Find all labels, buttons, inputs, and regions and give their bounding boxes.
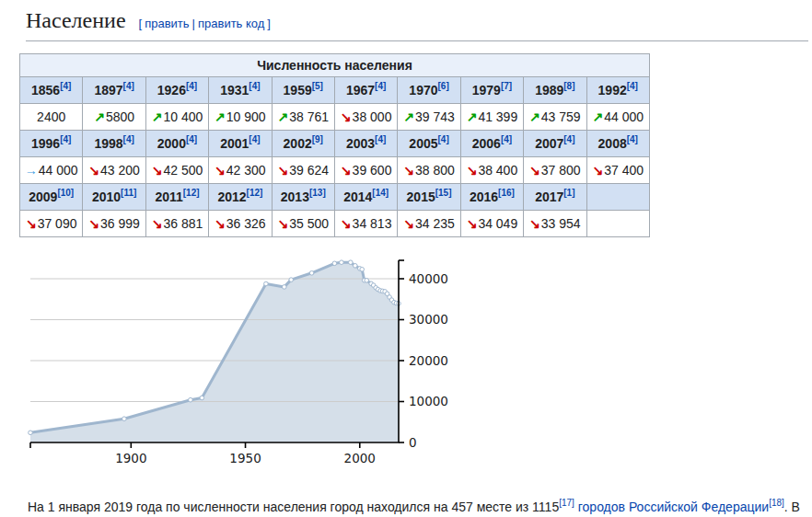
edit-section: [править|править код] [139,17,271,30]
svg-text:30000: 30000 [409,312,448,327]
population-value: 37 400 [604,163,644,178]
year-cell: 1998[4] [83,131,145,157]
year-label: 2002 [284,136,312,151]
ref-link[interactable]: [11] [121,188,136,198]
value-cell: ↘38 400 [460,157,523,184]
population-value: 5800 [106,109,134,124]
value-cell: ↘37 090 [20,211,83,237]
svg-text:1950: 1950 [229,451,261,465]
section-heading: Население[править|править код] [26,7,808,41]
ref-link[interactable]: [8] [563,81,574,91]
edit-separator: | [192,17,195,30]
value-cell: ↘42 500 [145,157,208,184]
ref-link[interactable]: [4] [123,134,134,144]
population-value: 42 500 [163,163,203,178]
population-value: 37 800 [541,163,581,178]
ref-link[interactable]: [4] [186,81,197,91]
edit-link[interactable]: править [145,17,189,30]
year-label: 1897 [94,83,122,98]
population-value: 39 600 [353,163,392,178]
population-value: 43 200 [100,163,140,178]
value-row: →44 000↘43 200↘42 500↘42 300↘39 624↘39 6… [20,157,650,184]
value-cell: ↘37 800 [524,157,586,184]
value-cell: ↘43 200 [83,157,145,184]
year-label: 1992 [598,83,627,98]
ref-link[interactable]: [4] [563,134,574,144]
year-cell: 1996[4] [20,131,83,157]
ref-link[interactable]: [12] [247,188,263,198]
ref-17-link[interactable]: [17] [559,498,574,508]
ref-link[interactable]: [4] [627,134,638,144]
down-trend-icon: ↘ [403,216,414,231]
year-label: 2000 [157,136,186,151]
population-value: 10 400 [163,109,203,124]
ref-link[interactable]: [6] [438,81,449,91]
down-trend-icon: ↘ [529,163,540,178]
population-value: 34 049 [478,216,517,231]
year-label: 2016 [470,190,498,204]
year-cell: 2002[9] [272,131,334,157]
ref-link[interactable]: [14] [372,188,389,198]
year-cell: 2017[1] [524,184,586,211]
population-value: 34 235 [415,216,455,231]
year-cell: 1992[4] [586,77,649,104]
up-trend-icon: ↗ [529,109,540,124]
cities-of-russia-link[interactable]: городов Российской Федерации [578,500,769,514]
svg-text:0: 0 [409,435,417,450]
population-value: 36 999 [100,216,140,231]
year-label: 2001 [220,136,249,151]
year-cell: 2008[4] [586,131,649,157]
ref-link[interactable]: [4] [501,134,512,144]
ref-18-link[interactable]: [18] [769,498,784,508]
year-label: 2003 [346,136,375,151]
ref-link[interactable]: [12] [183,188,200,198]
value-cell: 2400 [20,104,83,131]
ref-link[interactable]: [1] [563,188,574,198]
ref-link[interactable]: [4] [375,134,386,144]
ref-link[interactable]: [15] [435,188,452,198]
population-value: 33 954 [541,216,581,231]
year-cell: 1897[4] [83,77,145,104]
year-row: 2009[10]2010[11]2011[12]2012[12]2013[13]… [20,184,650,211]
year-cell: 2000[4] [145,131,208,157]
ref-link[interactable]: [16] [498,188,515,198]
down-trend-icon: ↘ [467,163,478,178]
population-value: 2400 [37,109,65,124]
ref-link[interactable]: [4] [123,81,134,91]
ref-link[interactable]: [13] [309,188,326,198]
table-title: Численность населения [20,54,650,77]
year-label: 2010 [92,190,121,204]
year-cell: 1970[6] [398,77,460,104]
year-label: 2005 [409,136,437,151]
ref-link[interactable]: [4] [249,134,260,144]
population-rank-paragraph: На 1 января 2019 года по численности нас… [28,498,806,517]
year-label: 2007 [535,136,563,151]
value-cell: ↘38 000 [334,104,397,131]
year-label: 2012 [217,190,246,204]
ref-link[interactable]: [7] [501,81,512,91]
ref-link[interactable]: [4] [375,81,386,91]
down-trend-icon: ↘ [341,109,352,124]
ref-link[interactable]: [4] [186,134,197,144]
value-cell: ↘38 800 [398,157,460,184]
year-label: 2015 [407,190,435,204]
year-cell: 1926[4] [145,77,208,104]
year-cell: 2014[14] [334,184,397,211]
population-value: 35 500 [289,216,329,231]
edit-code-link[interactable]: править код [198,17,264,30]
ref-link[interactable]: [9] [312,134,323,144]
ref-link[interactable]: [5] [312,81,323,91]
down-trend-icon: ↘ [277,163,288,178]
ref-link[interactable]: [4] [249,81,260,91]
ref-link[interactable]: [10] [57,188,74,198]
up-trend-icon: ↗ [152,109,163,124]
ref-link[interactable]: [4] [438,134,449,144]
year-cell: 2012[12] [209,184,272,211]
value-cell: ↗39 743 [398,104,460,131]
ref-link[interactable]: [4] [60,81,71,91]
population-value: 36 326 [226,216,266,231]
population-value: 43 759 [541,109,581,124]
value-cell: ↘39 624 [272,157,334,184]
ref-link[interactable]: [4] [627,81,638,91]
ref-link[interactable]: [4] [60,134,71,144]
